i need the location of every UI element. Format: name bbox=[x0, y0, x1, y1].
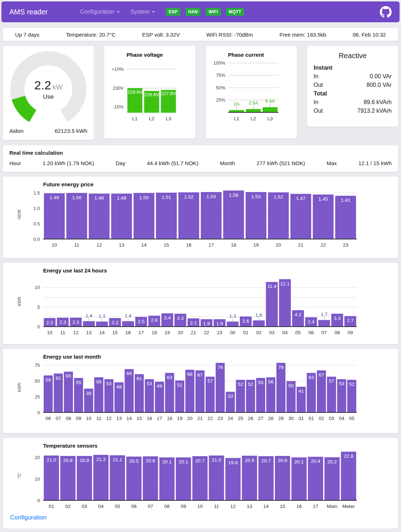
svg-text:06: 06 bbox=[46, 416, 51, 421]
svg-text:L1: L1 bbox=[132, 116, 138, 121]
svg-text:20.1: 20.1 bbox=[162, 459, 171, 465]
svg-text:03: 03 bbox=[82, 504, 87, 509]
svg-text:1.9: 1.9 bbox=[203, 321, 210, 326]
meter-row: Aidon 62123.5 kWh bbox=[9, 128, 88, 134]
svg-text:13: 13 bbox=[247, 504, 252, 509]
svg-text:°C: °C bbox=[17, 473, 22, 479]
esp-status-badge[interactable]: ESP bbox=[166, 8, 180, 16]
svg-text:05: 05 bbox=[295, 330, 301, 335]
han-status-badge[interactable]: HAN bbox=[185, 8, 201, 16]
svg-text:55: 55 bbox=[76, 380, 81, 385]
realtime-max-value: 12.1 / 15 kWh bbox=[358, 160, 392, 166]
svg-text:65: 65 bbox=[66, 373, 71, 379]
svg-text:38: 38 bbox=[86, 391, 91, 396]
configuration-link[interactable]: Configuration bbox=[10, 514, 46, 521]
energy-24h-title: Energy use last 24 hours bbox=[3, 263, 398, 275]
svg-text:06: 06 bbox=[308, 330, 314, 335]
svg-text:10: 10 bbox=[47, 330, 52, 335]
svg-text:24: 24 bbox=[227, 416, 233, 421]
svg-text:13: 13 bbox=[86, 330, 92, 335]
svg-text:1.50: 1.50 bbox=[72, 195, 81, 200]
svg-text:1.3: 1.3 bbox=[229, 313, 236, 319]
mqtt-status-badge[interactable]: MQTT bbox=[226, 8, 244, 16]
power-gauge: 2.2kW Use bbox=[10, 51, 87, 123]
svg-text:17: 17 bbox=[138, 330, 144, 335]
svg-text:33: 33 bbox=[227, 393, 233, 399]
svg-text:1.51: 1.51 bbox=[162, 195, 171, 200]
svg-text:230V: 230V bbox=[113, 85, 124, 91]
svg-text:L2: L2 bbox=[250, 116, 256, 121]
svg-text:17: 17 bbox=[208, 242, 214, 248]
nav-system[interactable]: System bbox=[130, 9, 155, 15]
svg-text:26: 26 bbox=[248, 416, 253, 421]
svg-text:18: 18 bbox=[167, 416, 172, 421]
svg-text:67: 67 bbox=[197, 372, 203, 378]
realtime-day-value: 44.4 kWh (51.7 NOK) bbox=[147, 160, 198, 166]
svg-text:52: 52 bbox=[248, 382, 253, 387]
svg-text:0: 0 bbox=[37, 324, 40, 330]
svg-text:53: 53 bbox=[106, 381, 112, 386]
nav-configuration[interactable]: Configuration bbox=[80, 9, 120, 15]
svg-text:14: 14 bbox=[126, 416, 132, 421]
phase-voltage-title: Phase voltage bbox=[104, 52, 195, 58]
svg-text:0.0: 0.0 bbox=[33, 237, 40, 242]
svg-text:14: 14 bbox=[263, 504, 269, 509]
svg-text:20.6: 20.6 bbox=[146, 458, 155, 463]
svg-text:Main: Main bbox=[327, 504, 337, 509]
svg-text:63: 63 bbox=[309, 375, 314, 380]
svg-text:79: 79 bbox=[217, 365, 223, 370]
svg-text:1.0: 1.0 bbox=[33, 206, 40, 211]
status-badges: ESP HAN WiFi MQTT bbox=[166, 8, 249, 16]
energy-24h-card: Energy use last 24 hours 0510kWh2.22.32.… bbox=[3, 263, 398, 344]
svg-text:17: 17 bbox=[157, 416, 162, 421]
svg-text:57: 57 bbox=[207, 378, 213, 384]
svg-text:51: 51 bbox=[177, 382, 183, 388]
gauge-unit: kW bbox=[53, 83, 63, 91]
wifi-rssi-status: WiFi RSSI: -70dBm bbox=[206, 32, 253, 38]
phase-voltage-card: Phase voltage +10%230V-10%229.9VL1226.6V… bbox=[104, 46, 195, 139]
svg-text:20.8: 20.8 bbox=[278, 458, 287, 463]
svg-text:17: 17 bbox=[313, 504, 318, 509]
reactive-total-in-value: 89.6 kVArh bbox=[364, 98, 392, 107]
realtime-row: Hour 1.20 kWh (1.79 NOK) Day 44.4 kWh (5… bbox=[9, 160, 392, 166]
svg-text:2.3: 2.3 bbox=[73, 319, 79, 325]
svg-text:2.8: 2.8 bbox=[151, 317, 158, 323]
svg-text:00: 00 bbox=[230, 330, 235, 335]
svg-text:49: 49 bbox=[157, 383, 162, 389]
svg-text:25%: 25% bbox=[216, 97, 225, 103]
phase-voltage-chart: +10%230V-10%229.9VL1226.6VL2227.8VL3 bbox=[104, 60, 185, 125]
svg-text:20.9: 20.9 bbox=[245, 458, 254, 463]
svg-text:L1: L1 bbox=[234, 116, 239, 121]
svg-text:53: 53 bbox=[339, 381, 344, 386]
svg-text:2.1: 2.1 bbox=[190, 320, 197, 326]
svg-text:1.48: 1.48 bbox=[95, 195, 104, 201]
svg-text:03: 03 bbox=[269, 330, 275, 335]
svg-text:11: 11 bbox=[96, 416, 101, 421]
wifi-status-badge[interactable]: WiFi bbox=[206, 8, 221, 16]
svg-text:20.8: 20.8 bbox=[80, 458, 89, 463]
svg-text:1.52: 1.52 bbox=[274, 194, 283, 200]
realtime-max-label: Max bbox=[327, 160, 337, 166]
svg-text:13: 13 bbox=[116, 416, 122, 421]
reactive-in-label: In bbox=[314, 72, 318, 81]
svg-text:19.8: 19.8 bbox=[228, 460, 238, 465]
gauge-value: 2.2 bbox=[34, 78, 51, 92]
svg-text:L2: L2 bbox=[149, 116, 155, 121]
svg-text:09: 09 bbox=[76, 416, 81, 421]
svg-text:56: 56 bbox=[96, 379, 101, 384]
svg-text:52: 52 bbox=[238, 382, 243, 387]
github-icon[interactable] bbox=[380, 6, 392, 18]
svg-text:20: 20 bbox=[187, 416, 193, 421]
svg-text:1.53: 1.53 bbox=[207, 194, 216, 199]
svg-text:20.7: 20.7 bbox=[261, 458, 271, 463]
svg-text:50: 50 bbox=[35, 378, 40, 384]
energy-month-card: Energy use last month 0255075kWh59626555… bbox=[3, 349, 398, 433]
svg-text:2.7: 2.7 bbox=[347, 318, 354, 323]
svg-text:11: 11 bbox=[60, 330, 65, 335]
svg-text:08: 08 bbox=[335, 330, 340, 335]
gauge-label: Use bbox=[10, 93, 87, 101]
future-price-chart: 0.00.51.01.5NOK1.491.501.481.481.501.511… bbox=[3, 189, 398, 251]
svg-text:12: 12 bbox=[96, 242, 102, 248]
phase-current-title: Phase current bbox=[206, 52, 297, 58]
svg-text:13: 13 bbox=[119, 242, 124, 248]
